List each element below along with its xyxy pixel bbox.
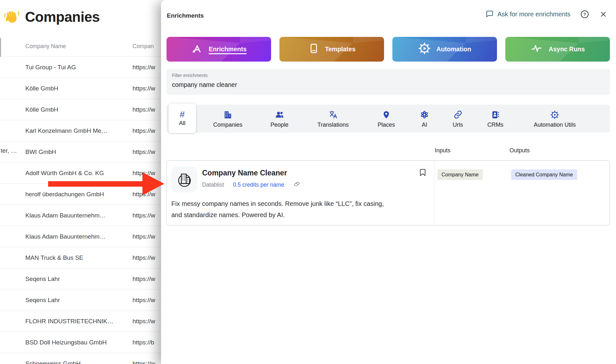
tab-all[interactable]: # All — [168, 103, 196, 133]
company-url-cell[interactable]: https://w — [133, 275, 155, 283]
automation-tab-button[interactable]: Automation — [392, 37, 497, 62]
company-url-cell[interactable]: https://w — [133, 254, 155, 261]
company-name-cell[interactable]: Seqens Lahr — [25, 297, 60, 304]
company-name-cell[interactable]: Karl Konzelmann GmbH Me… — [25, 127, 107, 134]
page-title: Companies — [25, 9, 100, 25]
tab-label: Translations — [317, 122, 348, 128]
enrichments-modal: Enrichments Ask for more enrichments ? — [161, 0, 616, 364]
enrichment-description: Fix messy company names in seconds. Remo… — [171, 198, 384, 221]
enrichment-credits-link[interactable]: 0.5 credits per name — [233, 182, 284, 188]
company-name-cell[interactable]: FLOHR INDUSTRIETECHNIK… — [25, 318, 113, 325]
company-url-cell[interactable]: https://w — [133, 318, 155, 325]
enrichments-tab-button[interactable]: Enrichments — [167, 37, 271, 62]
card-io-divider — [434, 161, 434, 225]
people-icon — [275, 109, 284, 120]
coins-icon — [293, 181, 301, 189]
enrichment-meta: Datablist 0.5 credits per name — [202, 181, 301, 189]
app-store-icon — [191, 42, 203, 56]
filter-enrichments-field[interactable]: Filter enrichments — [167, 69, 610, 95]
gear-play-icon — [418, 42, 431, 56]
tab-crms[interactable]: CRMs — [465, 105, 526, 133]
clipped-first-column-cell[interactable]: ter, … — [1, 140, 17, 161]
company-name-cell[interactable]: Kölle GmbH — [25, 85, 58, 92]
buildings-icon — [223, 109, 233, 120]
enrichment-vendor: Datablist — [202, 182, 224, 188]
waving-hand-icon — [3, 10, 20, 28]
company-name-cell[interactable]: Seqens Lahr — [25, 275, 60, 283]
annotation-arrow-head — [142, 172, 164, 195]
svg-text:?: ? — [583, 12, 586, 17]
company-url-cell[interactable]: https://w — [133, 106, 155, 113]
company-name-cell[interactable]: Adolf Würth GmbH & Co. KG — [25, 170, 104, 177]
tab-label: Companies — [213, 122, 242, 128]
company-url-cell[interactable]: https://w — [133, 297, 155, 304]
tab-label: Urls — [453, 122, 463, 128]
help-icon[interactable]: ? — [580, 10, 589, 19]
description-line-2: and standardize names. Powered by AI. — [171, 209, 384, 221]
column-header-company-website[interactable]: Compan — [133, 43, 154, 50]
chat-bubble-icon — [485, 10, 494, 18]
company-url-cell[interactable]: https://w — [133, 127, 155, 134]
enrichment-title: Company Name Cleaner — [202, 169, 287, 177]
description-line-1: Fix messy company names in seconds. Remo… — [171, 198, 384, 209]
async-runs-tab-button[interactable]: Async Runs — [505, 37, 610, 62]
close-icon[interactable] — [599, 10, 608, 19]
link-icon — [453, 109, 463, 120]
company-name-cell[interactable]: Schneeweiss GmbH — [25, 360, 81, 364]
tab-label: People — [270, 122, 288, 128]
tab-people[interactable]: People — [249, 105, 310, 133]
tab-label: AI — [422, 122, 427, 128]
ask-for-more-enrichments-link[interactable]: Ask for more enrichments — [485, 10, 570, 18]
output-chip[interactable]: Cleaned Company Name — [511, 169, 577, 180]
tab-automation-utils[interactable]: Automation Utils — [524, 105, 585, 133]
tab-label: CRMs — [487, 122, 503, 128]
company-url-cell[interactable]: https://w — [133, 360, 155, 364]
company-name-cell[interactable]: BWI GmbH — [25, 148, 56, 156]
modal-title: Enrichments — [167, 12, 204, 19]
company-url-cell[interactable]: https://w — [133, 64, 155, 71]
company-url-cell[interactable]: https://w — [133, 233, 155, 240]
company-name-cell[interactable]: herolf überdachungen GmbH — [25, 191, 104, 198]
datablist-companies-screen: Companies Company Name Compan Tui Group … — [0, 0, 616, 364]
company-name-cell[interactable]: Tui Group - Tui AG — [25, 64, 76, 71]
enrichment-nav-buttons: Enrichments Templates — [167, 37, 610, 62]
pulse-icon — [530, 43, 543, 56]
company-name-cell[interactable]: Klaus Adam Bauunternehm… — [25, 233, 106, 240]
input-chip[interactable]: Company Name — [437, 169, 483, 180]
annotation-arrow-shaft — [48, 181, 143, 187]
company-url-cell[interactable]: https://w — [133, 85, 155, 92]
company-url-cell[interactable]: https://w — [133, 212, 155, 219]
gear-play-icon — [550, 109, 560, 120]
tab-translations[interactable]: Translations — [303, 105, 364, 133]
enrichment-logo-tile — [171, 166, 197, 192]
bookmark-icon[interactable] — [418, 168, 427, 178]
datablist-buildings-icon — [176, 171, 193, 188]
company-url-cell[interactable]: https://w — [133, 148, 155, 156]
filter-field-label: Filter enrichments — [172, 73, 208, 78]
nav-label: Templates — [325, 46, 355, 53]
tab-label: Automation Utils — [534, 122, 576, 128]
templates-tab-button[interactable]: Templates — [279, 37, 384, 62]
translate-icon — [328, 109, 338, 120]
map-pin-icon — [382, 109, 391, 120]
column-header-company-name[interactable]: Company Name — [25, 43, 66, 50]
company-name-cell[interactable]: Klaus Adam Bauunternehm… — [25, 212, 106, 219]
tab-label: Places — [378, 122, 395, 128]
company-name-cell[interactable]: Kölle GmbH — [25, 106, 58, 113]
nav-label: Async Runs — [549, 46, 585, 53]
modal-header-actions: Ask for more enrichments ? — [485, 0, 616, 28]
filter-enrichments-input[interactable] — [172, 81, 571, 89]
category-tabs: # All — [167, 105, 610, 133]
tab-label: All — [179, 120, 185, 127]
contact-card-icon — [491, 109, 500, 120]
book-icon — [308, 43, 320, 56]
inputs-column-header: Inputs — [435, 147, 450, 154]
nav-label: Automation — [436, 46, 471, 53]
enrichment-card-company-name-cleaner[interactable]: Company Name Cleaner Datablist 0.5 credi… — [167, 160, 610, 225]
hash-icon: # — [180, 110, 185, 119]
ask-link-label: Ask for more enrichments — [497, 11, 570, 18]
company-name-cell[interactable]: MAN Truck & Bus SE — [25, 254, 83, 261]
company-name-cell[interactable]: BSD Doll Heizungsbau GmbH — [25, 339, 107, 346]
company-url-cell[interactable]: https://b — [133, 339, 154, 346]
nav-label: Enrichments — [209, 46, 246, 53]
